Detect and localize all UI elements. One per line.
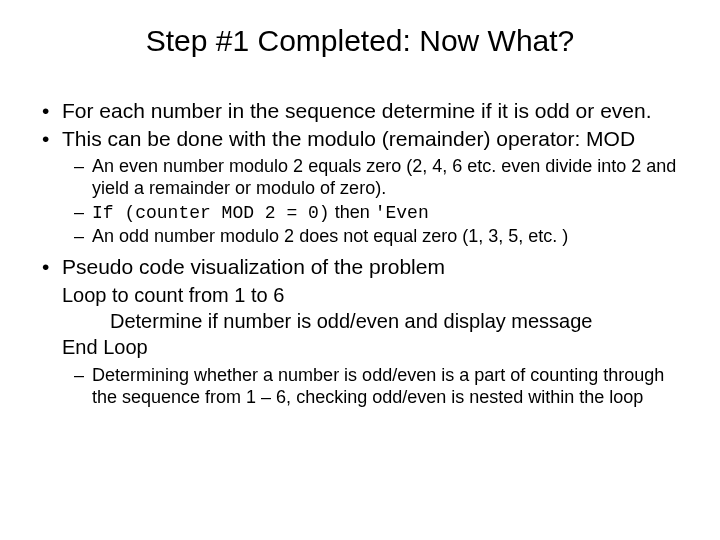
sub-3: An odd number modulo 2 does not equal ze…	[40, 225, 680, 248]
text-then: then	[330, 202, 375, 222]
code-if: If (counter MOD 2 = 0)	[92, 203, 330, 223]
pseudo-line-1: Loop to count from 1 to 6	[62, 282, 680, 308]
sub-2: If (counter MOD 2 = 0) then 'Even	[40, 201, 680, 225]
slide: Step #1 Completed: Now What? For each nu…	[0, 0, 720, 435]
code-even: 'Even	[375, 203, 429, 223]
bullet-1: For each number in the sequence determin…	[40, 98, 680, 124]
slide-title: Step #1 Completed: Now What?	[40, 24, 680, 58]
sub-1: An even number modulo 2 equals zero (2, …	[40, 155, 680, 200]
bullet-2: This can be done with the modulo (remain…	[40, 126, 680, 152]
sub-list-1: An even number modulo 2 equals zero (2, …	[40, 155, 680, 248]
bullet-list: For each number in the sequence determin…	[40, 98, 680, 409]
pseudo-code: Loop to count from 1 to 6 Determine if n…	[62, 282, 680, 360]
sub-4: Determining whether a number is odd/even…	[40, 364, 680, 409]
sub-list-2: Determining whether a number is odd/even…	[40, 364, 680, 409]
bullet-3: Pseudo code visualization of the problem	[40, 254, 680, 280]
pseudo-line-2: Determine if number is odd/even and disp…	[62, 308, 680, 334]
pseudo-line-3: End Loop	[62, 334, 680, 360]
